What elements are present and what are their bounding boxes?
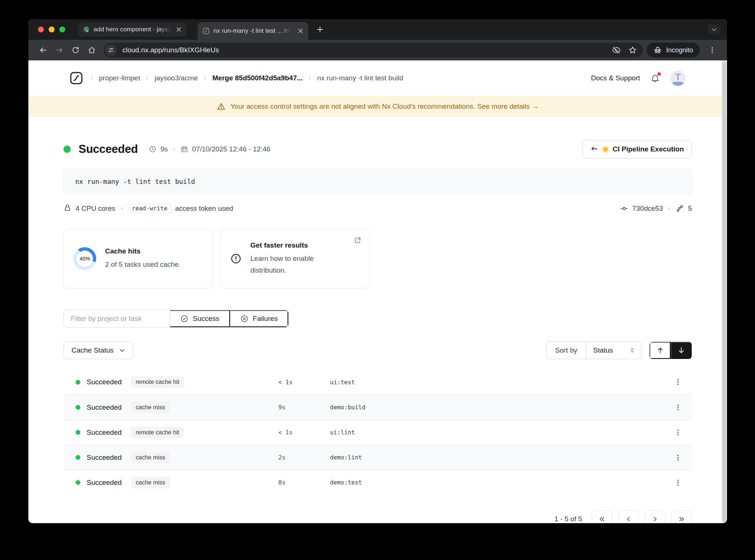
close-tab-icon[interactable]	[298, 28, 303, 34]
pagination-label: 1 - 5 of 5	[554, 515, 582, 523]
commit-sha[interactable]: 730dce53	[632, 204, 663, 213]
branch-icon	[676, 204, 684, 213]
site-settings-icon[interactable]	[105, 44, 117, 56]
run-duration: 9s	[160, 145, 168, 153]
breadcrumb-merge-commit[interactable]: Merge 85d500f42d5a9b47...	[212, 74, 303, 82]
breadcrumb-workspace[interactable]: proper-limpet	[99, 74, 140, 82]
failures-filter-button[interactable]: Failures	[230, 310, 289, 327]
cache-hits-card: 40% Cache hits 2 of 5 tasks used cache.	[63, 229, 213, 288]
row-menu-icon[interactable]	[674, 404, 682, 411]
github-check-icon	[83, 26, 90, 33]
bookmark-star-icon[interactable]	[628, 46, 637, 55]
success-filter-button[interactable]: Success	[170, 310, 230, 327]
breadcrumb-repo[interactable]: jaysoo3/acme	[155, 74, 198, 82]
cache-badge: cache miss	[131, 477, 170, 489]
docs-support-link[interactable]: Docs & Support	[591, 74, 640, 82]
distribution-card-body: Learn how to enable distribution.	[250, 253, 331, 276]
run-command: nx run-many -t lint test build	[63, 168, 692, 194]
minimize-window-button[interactable]	[49, 27, 55, 32]
clock-icon	[149, 146, 156, 153]
task-list: Succeeded remote cache hit < 1s ui:test …	[63, 370, 692, 495]
home-icon[interactable]	[84, 42, 100, 58]
task-target: demo:test	[330, 479, 667, 486]
reload-icon[interactable]	[67, 42, 84, 58]
table-row[interactable]: Succeeded remote cache hit < 1s ui:lint	[63, 420, 692, 445]
cache-badge: cache miss	[131, 452, 170, 463]
previous-page-button[interactable]	[618, 510, 639, 523]
row-menu-icon[interactable]	[674, 429, 682, 436]
cache-badge: remote cache hit	[131, 427, 184, 438]
status-dot	[76, 380, 80, 385]
tab-nx-run[interactable]: nx run-many -t lint test ... fro	[198, 22, 308, 40]
breadcrumb-run[interactable]: nx run-many -t lint test build	[317, 74, 403, 82]
ci-pipeline-execution-button[interactable]: CI Pipeline Execution	[582, 140, 692, 158]
close-tab-icon[interactable]	[176, 27, 181, 32]
table-row[interactable]: Succeeded cache miss 9s demo:build	[63, 395, 692, 420]
sort-descending-button[interactable]	[671, 342, 692, 359]
cache-badge: remote cache hit	[131, 376, 184, 388]
incognito-icon	[653, 46, 662, 55]
branch-count[interactable]: 5	[688, 204, 692, 213]
scrollbar-thumb[interactable]	[722, 61, 726, 522]
last-page-button[interactable]	[671, 510, 692, 523]
new-tab-button[interactable]	[316, 26, 324, 33]
sort-direction-toggle	[649, 342, 692, 359]
cache-badge: cache miss	[131, 402, 170, 413]
external-link-icon[interactable]	[354, 237, 361, 244]
address-bar[interactable]: cloud.nx.app/runs/BkIXGHleUs	[104, 43, 643, 57]
sort-row: Cache Status Sort by Status	[63, 342, 692, 359]
run-meta-row: 4 CPU cores read-write access token used…	[63, 203, 692, 213]
tab-github-pr[interactable]: add hero component · jaysoo	[78, 22, 187, 37]
access-token-badge: read-write	[128, 203, 171, 213]
cache-status-dropdown[interactable]: Cache Status	[63, 342, 133, 359]
nx-favicon-icon	[203, 28, 209, 34]
access-control-warning-banner[interactable]: Your access control settings are not ali…	[28, 96, 727, 117]
privacy-eye-off-icon[interactable]	[612, 46, 621, 55]
table-row[interactable]: Succeeded remote cache hit < 1s ui:test	[63, 370, 692, 395]
window-controls	[38, 27, 65, 32]
browser-window: add hero component · jaysoo nx run-many …	[28, 19, 727, 523]
task-target: ui:lint	[330, 429, 667, 436]
distribution-card-title: Get faster results	[250, 241, 331, 249]
browser-menu-icon[interactable]	[704, 42, 720, 58]
table-row[interactable]: Succeeded cache miss 8s demo:test	[63, 470, 692, 495]
distribution-card[interactable]: Get faster results Learn how to enable d…	[220, 229, 370, 288]
table-row[interactable]: Succeeded cache miss 2s demo:lint	[63, 445, 692, 470]
pagination: 1 - 5 of 5	[63, 510, 692, 523]
tab-title: nx run-many -t lint test ... fro	[213, 27, 291, 35]
pipeline-status-dot	[603, 147, 608, 152]
status-dot	[76, 480, 80, 485]
back-icon[interactable]	[35, 42, 51, 58]
task-duration: 2s	[278, 454, 330, 461]
avatar[interactable]: T	[670, 70, 686, 86]
breadcrumb: / proper-limpet / jaysoo3/acme / Merge 8…	[70, 71, 403, 85]
next-page-button[interactable]	[645, 510, 665, 523]
close-window-button[interactable]	[38, 27, 44, 32]
cache-card-title: Cache hits	[105, 247, 181, 255]
tab-search-button[interactable]	[708, 24, 720, 35]
notifications-bell-icon[interactable]	[650, 73, 660, 83]
row-menu-icon[interactable]	[674, 378, 682, 386]
sort-field-select[interactable]: Status	[586, 342, 641, 359]
first-page-button[interactable]	[592, 510, 612, 523]
cpu-cores: 4 CPU cores	[76, 204, 115, 213]
filter-input[interactable]	[64, 310, 170, 327]
notification-dot	[657, 72, 661, 76]
tab-title: add hero component · jaysoo	[94, 26, 171, 33]
forward-icon[interactable]	[51, 42, 67, 58]
row-menu-icon[interactable]	[674, 454, 682, 461]
maximize-window-button[interactable]	[59, 27, 65, 32]
url-text[interactable]: cloud.nx.app/runs/BkIXGHleUs	[122, 46, 612, 54]
banner-text[interactable]: Your access control settings are not ali…	[230, 102, 539, 111]
sort-ascending-button[interactable]	[650, 342, 671, 359]
nx-logo-icon[interactable]	[70, 71, 83, 85]
summary-cards: 40% Cache hits 2 of 5 tasks used cache.	[63, 229, 692, 288]
task-target: demo:lint	[330, 454, 667, 461]
tab-strip: add hero component · jaysoo nx run-many …	[28, 19, 727, 40]
run-timerange: 07/10/2025 12:46 - 12:46	[192, 145, 270, 153]
cache-card-subtitle: 2 of 5 tasks used cache.	[105, 259, 181, 270]
scrollbar[interactable]	[721, 60, 727, 523]
status-dot	[76, 455, 80, 460]
row-menu-icon[interactable]	[674, 479, 682, 486]
linux-tux-icon	[63, 204, 72, 213]
